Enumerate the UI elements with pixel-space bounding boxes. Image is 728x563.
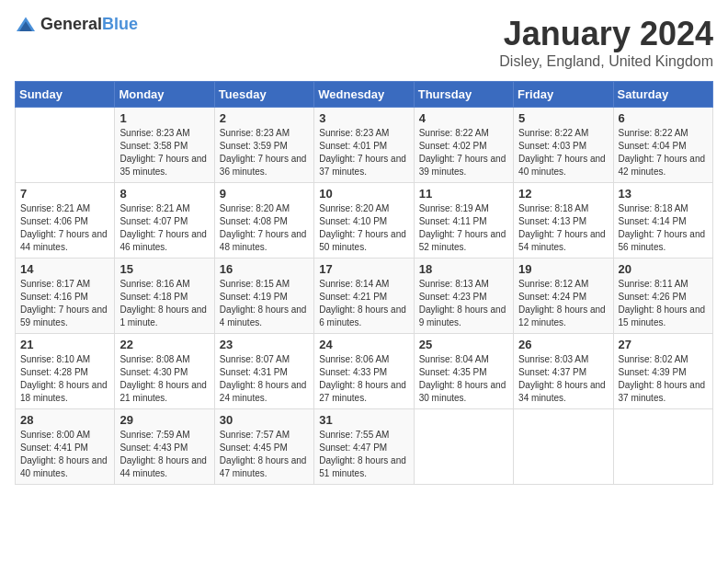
day-number: 22 (119, 338, 209, 351)
calendar-cell: 16Sunrise: 8:15 AMSunset: 4:19 PMDayligh… (214, 259, 313, 334)
day-info: Sunrise: 8:00 AMSunset: 4:41 PMDaylight:… (20, 429, 109, 480)
weekday-header: Monday (115, 82, 214, 108)
calendar-cell: 25Sunrise: 8:04 AMSunset: 4:35 PMDayligh… (414, 334, 513, 409)
day-info: Sunrise: 8:16 AMSunset: 4:18 PMDaylight:… (119, 278, 209, 329)
day-number: 31 (319, 413, 408, 427)
day-info: Sunrise: 8:11 AMSunset: 4:26 PMDaylight:… (619, 278, 708, 329)
day-info: Sunrise: 8:23 AMSunset: 3:59 PMDaylight:… (220, 127, 309, 178)
day-info: Sunrise: 8:20 AMSunset: 4:08 PMDaylight:… (220, 202, 309, 254)
day-number: 29 (119, 413, 209, 427)
day-number: 30 (220, 413, 309, 427)
day-info: Sunrise: 8:12 AMSunset: 4:24 PMDaylight:… (518, 278, 608, 329)
day-number: 16 (220, 262, 309, 276)
calendar-week-row: 14Sunrise: 8:17 AMSunset: 4:16 PMDayligh… (16, 259, 713, 334)
weekday-header: Friday (514, 82, 613, 108)
weekday-header: Tuesday (214, 82, 313, 108)
calendar-cell: 9Sunrise: 8:20 AMSunset: 4:08 PMDaylight… (214, 183, 313, 259)
day-number: 20 (619, 262, 708, 276)
calendar-cell: 1Sunrise: 8:23 AMSunset: 3:58 PMDaylight… (115, 108, 214, 183)
header: GeneralBlue January 2024 Disley, England… (15, 15, 713, 70)
calendar-cell (514, 409, 613, 485)
day-info: Sunrise: 7:55 AMSunset: 4:47 PMDaylight:… (319, 429, 408, 480)
calendar-week-row: 1Sunrise: 8:23 AMSunset: 3:58 PMDaylight… (16, 108, 713, 183)
calendar-cell: 12Sunrise: 8:18 AMSunset: 4:13 PMDayligh… (514, 183, 613, 259)
day-info: Sunrise: 8:20 AMSunset: 4:10 PMDaylight:… (319, 202, 408, 254)
calendar-cell: 20Sunrise: 8:11 AMSunset: 4:26 PMDayligh… (613, 259, 712, 334)
day-info: Sunrise: 8:15 AMSunset: 4:19 PMDaylight:… (220, 278, 309, 329)
calendar-cell: 31Sunrise: 7:55 AMSunset: 4:47 PMDayligh… (314, 409, 414, 485)
calendar-cell: 19Sunrise: 8:12 AMSunset: 4:24 PMDayligh… (514, 259, 613, 334)
calendar-cell: 21Sunrise: 8:10 AMSunset: 4:28 PMDayligh… (16, 334, 115, 409)
day-number: 28 (20, 413, 109, 427)
day-number: 27 (619, 338, 708, 351)
day-info: Sunrise: 8:10 AMSunset: 4:28 PMDaylight:… (20, 353, 109, 405)
day-info: Sunrise: 8:22 AMSunset: 4:02 PMDaylight:… (419, 127, 508, 178)
day-number: 9 (220, 187, 309, 201)
calendar-cell: 11Sunrise: 8:19 AMSunset: 4:11 PMDayligh… (414, 183, 513, 259)
calendar-cell: 5Sunrise: 8:22 AMSunset: 4:03 PMDaylight… (514, 108, 613, 183)
logo: GeneralBlue (15, 15, 138, 34)
day-info: Sunrise: 8:14 AMSunset: 4:21 PMDaylight:… (319, 278, 408, 329)
day-number: 14 (20, 262, 109, 276)
day-number: 18 (419, 262, 508, 276)
calendar-cell: 15Sunrise: 8:16 AMSunset: 4:18 PMDayligh… (115, 259, 214, 334)
day-number: 4 (419, 111, 508, 125)
day-number: 6 (619, 111, 708, 125)
calendar-cell: 2Sunrise: 8:23 AMSunset: 3:59 PMDaylight… (214, 108, 313, 183)
day-info: Sunrise: 8:08 AMSunset: 4:30 PMDaylight:… (119, 353, 209, 405)
day-info: Sunrise: 8:22 AMSunset: 4:04 PMDaylight:… (619, 127, 708, 178)
day-info: Sunrise: 8:02 AMSunset: 4:39 PMDaylight:… (619, 353, 708, 405)
day-info: Sunrise: 8:03 AMSunset: 4:37 PMDaylight:… (518, 353, 608, 405)
day-number: 24 (319, 338, 408, 351)
day-info: Sunrise: 8:06 AMSunset: 4:33 PMDaylight:… (319, 353, 408, 405)
calendar-cell: 23Sunrise: 8:07 AMSunset: 4:31 PMDayligh… (214, 334, 313, 409)
calendar-cell (16, 108, 115, 183)
calendar-cell: 4Sunrise: 8:22 AMSunset: 4:02 PMDaylight… (414, 108, 513, 183)
weekday-header: Thursday (414, 82, 513, 108)
day-number: 25 (419, 338, 508, 351)
day-info: Sunrise: 8:18 AMSunset: 4:14 PMDaylight:… (619, 202, 708, 254)
calendar-cell: 28Sunrise: 8:00 AMSunset: 4:41 PMDayligh… (16, 409, 115, 485)
day-info: Sunrise: 8:13 AMSunset: 4:23 PMDaylight:… (419, 278, 508, 329)
day-number: 12 (518, 187, 608, 201)
day-number: 5 (518, 111, 608, 125)
day-number: 21 (20, 338, 109, 351)
weekday-header: Sunday (16, 82, 115, 108)
calendar-cell: 17Sunrise: 8:14 AMSunset: 4:21 PMDayligh… (314, 259, 414, 334)
day-info: Sunrise: 7:59 AMSunset: 4:43 PMDaylight:… (119, 429, 209, 480)
day-info: Sunrise: 8:22 AMSunset: 4:03 PMDaylight:… (518, 127, 608, 178)
calendar-table: SundayMondayTuesdayWednesdayThursdayFrid… (15, 81, 713, 485)
day-number: 26 (518, 338, 608, 351)
day-number: 23 (220, 338, 309, 351)
day-info: Sunrise: 8:23 AMSunset: 3:58 PMDaylight:… (119, 127, 209, 178)
calendar-cell: 30Sunrise: 7:57 AMSunset: 4:45 PMDayligh… (214, 409, 313, 485)
weekday-header: Saturday (613, 82, 712, 108)
day-number: 1 (119, 111, 209, 125)
day-info: Sunrise: 8:17 AMSunset: 4:16 PMDaylight:… (20, 278, 109, 329)
calendar-week-row: 28Sunrise: 8:00 AMSunset: 4:41 PMDayligh… (16, 409, 713, 485)
calendar-cell: 22Sunrise: 8:08 AMSunset: 4:30 PMDayligh… (115, 334, 214, 409)
header-row: SundayMondayTuesdayWednesdayThursdayFrid… (16, 82, 713, 108)
calendar-week-row: 21Sunrise: 8:10 AMSunset: 4:28 PMDayligh… (16, 334, 713, 409)
calendar-cell: 3Sunrise: 8:23 AMSunset: 4:01 PMDaylight… (314, 108, 414, 183)
day-info: Sunrise: 8:18 AMSunset: 4:13 PMDaylight:… (518, 202, 608, 254)
location-title: Disley, England, United Kingdom (499, 53, 713, 70)
title-section: January 2024 Disley, England, United Kin… (499, 15, 713, 70)
calendar-cell: 29Sunrise: 7:59 AMSunset: 4:43 PMDayligh… (115, 409, 214, 485)
calendar-cell: 18Sunrise: 8:13 AMSunset: 4:23 PMDayligh… (414, 259, 513, 334)
day-info: Sunrise: 8:23 AMSunset: 4:01 PMDaylight:… (319, 127, 408, 178)
day-number: 11 (419, 187, 508, 201)
calendar-cell (613, 409, 712, 485)
calendar-cell: 7Sunrise: 8:21 AMSunset: 4:06 PMDaylight… (16, 183, 115, 259)
day-info: Sunrise: 8:07 AMSunset: 4:31 PMDaylight:… (220, 353, 309, 405)
day-number: 7 (20, 187, 109, 201)
day-info: Sunrise: 8:21 AMSunset: 4:07 PMDaylight:… (119, 202, 209, 254)
day-number: 17 (319, 262, 408, 276)
logo-icon (15, 16, 37, 34)
day-number: 10 (319, 187, 408, 201)
calendar-week-row: 7Sunrise: 8:21 AMSunset: 4:06 PMDaylight… (16, 183, 713, 259)
month-title: January 2024 (499, 15, 713, 53)
day-info: Sunrise: 8:04 AMSunset: 4:35 PMDaylight:… (419, 353, 508, 405)
calendar-cell (414, 409, 513, 485)
calendar-cell: 13Sunrise: 8:18 AMSunset: 4:14 PMDayligh… (613, 183, 712, 259)
